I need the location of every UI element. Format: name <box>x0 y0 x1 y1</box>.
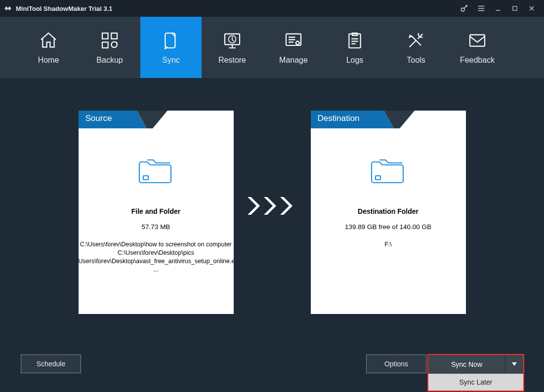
nav-tools[interactable]: Tools <box>385 17 447 78</box>
nav-label: Manage <box>279 56 308 65</box>
key-icon[interactable] <box>456 0 473 17</box>
destination-size: 139.89 GB free of 140.00 GB <box>311 223 466 231</box>
destination-title: Destination Folder <box>311 207 466 215</box>
schedule-button[interactable]: Schedule <box>21 354 81 373</box>
caret-down-icon <box>512 362 517 366</box>
nav-home[interactable]: Home <box>18 17 79 78</box>
manage-icon <box>283 30 304 51</box>
destination-header-label: Destination <box>318 114 360 123</box>
sync-button-group: Sync Now Sync Later <box>427 354 524 392</box>
maximize-icon[interactable] <box>506 0 523 17</box>
title-bar: MiniTool ShadowMaker Trial 3.1 <box>0 0 544 17</box>
sync-later-option[interactable]: Sync Later <box>428 374 523 391</box>
tools-icon <box>406 30 426 51</box>
svg-rect-3 <box>111 33 117 39</box>
sync-now-label: Sync Now <box>451 360 482 368</box>
content-area: Source File and Folder 57.73 MB C:\Users… <box>0 78 544 346</box>
feedback-icon <box>467 30 488 51</box>
destination-header: Destination <box>311 111 466 128</box>
svg-rect-4 <box>102 42 108 48</box>
source-panel[interactable]: Source File and Folder 57.73 MB C:\Users… <box>79 111 234 314</box>
svg-point-0 <box>461 8 464 11</box>
schedule-label: Schedule <box>37 360 65 368</box>
sync-dropdown-toggle[interactable] <box>505 355 523 374</box>
source-header: Source <box>79 111 234 128</box>
footer: Schedule Options Sync Now Sync Later <box>0 346 544 392</box>
menu-icon[interactable] <box>473 0 490 17</box>
app-logo-icon <box>3 3 13 13</box>
options-label: Options <box>384 360 408 368</box>
nav-feedback[interactable]: Feedback <box>447 17 508 78</box>
main-nav: Home Backup Sync Restore Manage Logs Too… <box>0 17 544 78</box>
nav-label: Backup <box>96 56 123 65</box>
svg-rect-2 <box>102 33 108 39</box>
sync-now-button[interactable]: Sync Now <box>428 355 505 374</box>
svg-rect-13 <box>143 176 148 180</box>
sync-icon <box>161 30 181 51</box>
nav-label: Tools <box>407 56 425 65</box>
svg-marker-17 <box>512 362 517 366</box>
folder-icon <box>79 153 234 188</box>
nav-backup[interactable]: Backup <box>79 17 140 78</box>
nav-label: Feedback <box>460 56 495 65</box>
svg-point-8 <box>296 41 299 45</box>
nav-sync[interactable]: Sync <box>140 17 202 78</box>
nav-label: Logs <box>346 56 364 65</box>
minimize-icon[interactable] <box>490 0 506 17</box>
logs-icon <box>344 30 365 51</box>
restore-icon <box>222 30 243 51</box>
folder-icon <box>311 153 466 188</box>
nav-manage[interactable]: Manage <box>263 17 324 78</box>
nav-logs[interactable]: Logs <box>324 17 385 78</box>
source-paths: C:\Users\forev\Desktop\how to screenshot… <box>79 240 234 274</box>
nav-label: Restore <box>218 56 246 65</box>
svg-rect-1 <box>513 6 517 10</box>
svg-rect-10 <box>470 35 485 46</box>
backup-icon <box>99 30 120 51</box>
source-size: 57.73 MB <box>79 223 234 231</box>
options-button[interactable]: Options <box>366 354 426 373</box>
home-icon <box>38 30 59 51</box>
close-icon[interactable] <box>523 0 540 17</box>
nav-label: Home <box>38 56 59 65</box>
source-title: File and Folder <box>79 207 234 215</box>
nav-label: Sync <box>162 56 180 65</box>
app-title: MiniTool ShadowMaker Trial 3.1 <box>16 5 113 12</box>
destination-path: F:\ <box>311 240 466 249</box>
arrow-icon <box>234 195 311 217</box>
source-header-label: Source <box>85 114 112 123</box>
nav-restore[interactable]: Restore <box>202 17 263 78</box>
svg-rect-16 <box>376 176 380 180</box>
sync-later-label: Sync Later <box>460 378 493 386</box>
destination-panel[interactable]: Destination Destination Folder 139.89 GB… <box>311 111 466 314</box>
